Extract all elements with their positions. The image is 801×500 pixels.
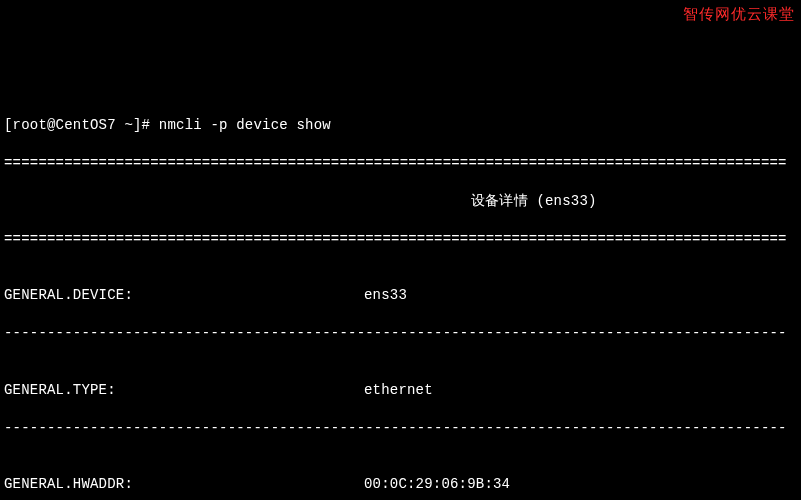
row-general-type: GENERAL.TYPE:ethernet — [4, 381, 797, 400]
divider-thick: ========================================… — [4, 230, 797, 249]
shell-prompt-line: [root@CentOS7 ~]# nmcli -p device show — [4, 116, 797, 135]
header-prefix: 设备详情 ( — [471, 193, 545, 209]
divider-thin: ----------------------------------------… — [4, 324, 797, 343]
prompt-command: nmcli -p device show — [159, 117, 331, 133]
label-general-hwaddr: GENERAL.HWADDR: — [4, 475, 364, 494]
device-header: 设备详情 (ens33) — [4, 192, 797, 211]
prompt-userhost: [root@CentOS7 ~]# — [4, 117, 150, 133]
value-general-device: ens33 — [364, 286, 407, 305]
header-device: ens33 — [545, 193, 588, 209]
value-general-type: ethernet — [364, 381, 433, 400]
header-suffix: ) — [588, 193, 597, 209]
divider-thick: ========================================… — [4, 154, 797, 173]
label-general-type: GENERAL.TYPE: — [4, 381, 364, 400]
row-general-hwaddr: GENERAL.HWADDR:00:0C:29:06:9B:34 — [4, 475, 797, 494]
row-general-device: GENERAL.DEVICE:ens33 — [4, 286, 797, 305]
value-general-hwaddr: 00:0C:29:06:9B:34 — [364, 475, 510, 494]
divider-thin: ----------------------------------------… — [4, 419, 797, 438]
label-general-device: GENERAL.DEVICE: — [4, 286, 364, 305]
watermark-text: 智传网优云课堂 — [683, 4, 795, 24]
